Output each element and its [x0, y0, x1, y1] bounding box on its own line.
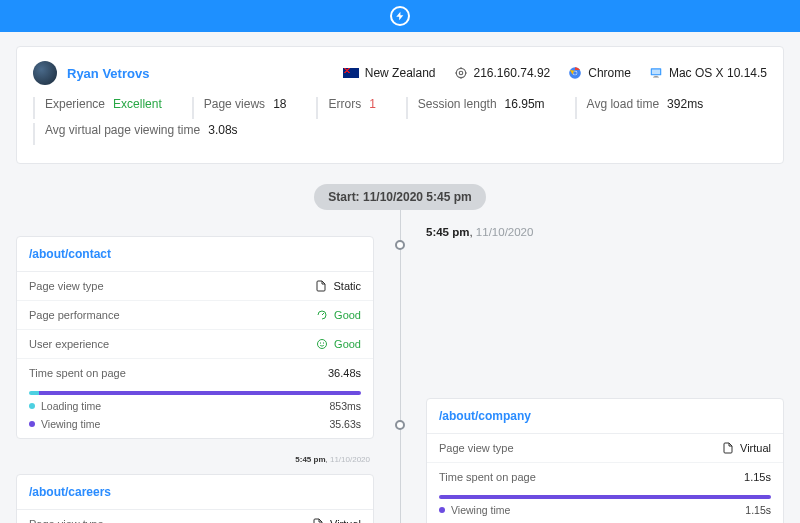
- timeline-start-chip: Start: 11/10/2020 5:45 pm: [314, 184, 485, 210]
- row-value: Static: [333, 280, 361, 292]
- smile-icon: [316, 338, 328, 350]
- stat-value-session: 16.95m: [505, 97, 545, 111]
- svg-rect-8: [653, 77, 659, 78]
- row-label: Time spent on page: [439, 471, 536, 483]
- document-icon: [315, 280, 327, 292]
- row-label: User experience: [29, 338, 109, 350]
- page-path-link[interactable]: /about/company: [427, 399, 783, 434]
- stat-label: Session length: [418, 97, 497, 111]
- avatar: [33, 61, 57, 85]
- dot-icon: [29, 403, 35, 409]
- document-icon: [722, 442, 734, 454]
- svg-point-10: [320, 343, 321, 344]
- os: Mac OS X 10.14.5: [669, 66, 767, 80]
- timeline: Start: 11/10/2020 5:45 pm /about/contact…: [16, 184, 784, 523]
- svg-point-0: [456, 68, 465, 77]
- stat-label: Avg virtual page viewing time: [45, 123, 200, 137]
- location-icon: [454, 66, 468, 80]
- row-label: Page performance: [29, 309, 120, 321]
- row-label: Page view type: [29, 518, 104, 523]
- session-meta: New Zealand 216.160.74.92 Chrome Mac OS …: [343, 66, 767, 80]
- legend-label: Viewing time: [451, 504, 510, 516]
- page-card-company: /about/company Page view typeVirtual Tim…: [426, 398, 784, 523]
- svg-point-4: [573, 71, 577, 75]
- row-label: Page view type: [439, 442, 514, 454]
- page-path-link[interactable]: /about/contact: [17, 237, 373, 272]
- stats-row: ExperienceExcellent Page views18 Errors1…: [33, 97, 767, 149]
- chrome-icon: [568, 66, 582, 80]
- browser: Chrome: [588, 66, 631, 80]
- row-value: Virtual: [740, 442, 771, 454]
- svg-point-1: [459, 71, 463, 75]
- stat-value-avgvirtual: 3.08s: [208, 123, 237, 137]
- legend-label: Loading time: [41, 400, 101, 412]
- legend-label: Viewing time: [41, 418, 100, 430]
- row-value: 36.48s: [328, 367, 361, 379]
- stat-value-avgload: 392ms: [667, 97, 703, 111]
- bolt-logo-icon: [390, 6, 410, 26]
- row-value: Virtual: [330, 518, 361, 523]
- row-label: Page view type: [29, 280, 104, 292]
- mac-icon: [649, 66, 663, 80]
- stat-label: Errors: [328, 97, 361, 111]
- svg-point-9: [318, 340, 327, 349]
- document-icon: [312, 518, 324, 523]
- timeline-node-icon: [395, 240, 405, 250]
- stat-label: Page views: [204, 97, 265, 111]
- top-bar: [0, 0, 800, 32]
- user-name-link[interactable]: Ryan Vetrovs: [67, 66, 149, 81]
- page-card-contact: /about/contact Page view typeStatic Page…: [16, 236, 374, 439]
- row-value: Good: [334, 338, 361, 350]
- gauge-icon: [316, 309, 328, 321]
- dot-icon: [29, 421, 35, 427]
- legend-value: 853ms: [329, 400, 361, 412]
- svg-rect-6: [652, 70, 660, 75]
- stat-label: Avg load time: [587, 97, 660, 111]
- timeline-node-icon: [395, 420, 405, 430]
- stat-label: Experience: [45, 97, 105, 111]
- row-label: Time spent on page: [29, 367, 126, 379]
- time-bar: [439, 495, 771, 499]
- page-path-link[interactable]: /about/careers: [17, 475, 373, 510]
- stat-value-experience: Excellent: [113, 97, 162, 111]
- legend-value: 1.15s: [745, 504, 771, 516]
- dot-icon: [439, 507, 445, 513]
- svg-rect-7: [654, 76, 658, 77]
- timeline-timestamp: 5:45 pm, 11/10/2020: [426, 226, 784, 238]
- session-summary-card: Ryan Vetrovs New Zealand 216.160.74.92 C…: [16, 46, 784, 164]
- row-value: 1.15s: [744, 471, 771, 483]
- stat-value-errors: 1: [369, 97, 376, 111]
- legend-value: 35.63s: [329, 418, 361, 430]
- time-bar: [29, 391, 361, 395]
- stat-value-pageviews: 18: [273, 97, 286, 111]
- country: New Zealand: [365, 66, 436, 80]
- row-value: Good: [334, 309, 361, 321]
- page-card-careers: /about/careers Page view typeVirtual Tim…: [16, 474, 374, 523]
- flag-icon: [343, 68, 359, 78]
- ip-address: 216.160.74.92: [474, 66, 551, 80]
- timeline-timestamp-small: 5:45 pm, 11/10/2020: [16, 455, 374, 464]
- svg-point-11: [323, 343, 324, 344]
